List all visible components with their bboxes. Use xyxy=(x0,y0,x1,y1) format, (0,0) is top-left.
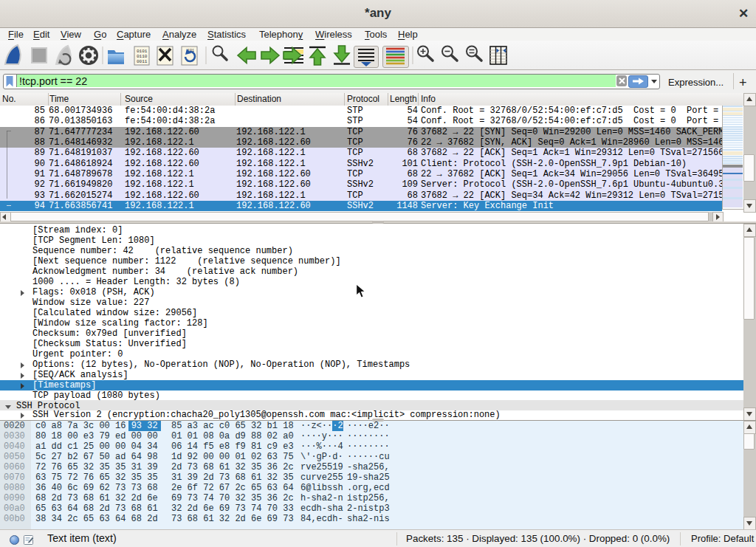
svg-text:0110: 0110 xyxy=(137,54,148,59)
svg-text:0101: 0101 xyxy=(137,49,148,54)
svg-text:0011: 0011 xyxy=(137,59,148,64)
